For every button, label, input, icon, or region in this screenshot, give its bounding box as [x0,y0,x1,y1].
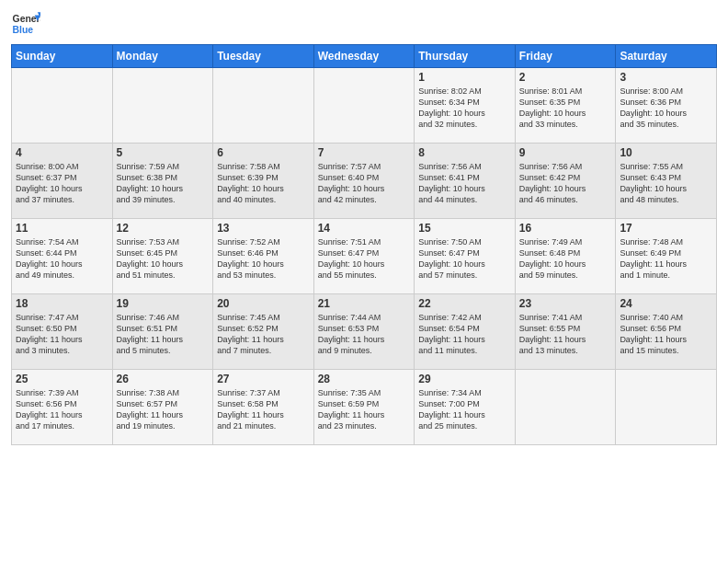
day-info: Sunrise: 7:35 AM Sunset: 6:59 PM Dayligh… [318,387,411,432]
calendar-cell: 9Sunrise: 7:56 AM Sunset: 6:42 PM Daylig… [515,144,616,219]
calendar-cell: 17Sunrise: 7:48 AM Sunset: 6:49 PM Dayli… [616,219,717,294]
calendar-cell: 24Sunrise: 7:40 AM Sunset: 6:56 PM Dayli… [616,294,717,370]
svg-text:Blue: Blue [13,25,34,35]
header-row: General Blue [11,9,717,39]
calendar-cell: 23Sunrise: 7:41 AM Sunset: 6:55 PM Dayli… [515,294,616,370]
calendar-cell [112,68,213,144]
day-info: Sunrise: 7:55 AM Sunset: 6:43 PM Dayligh… [620,161,712,206]
week-row-5: 25Sunrise: 7:39 AM Sunset: 6:56 PM Dayli… [12,370,717,445]
day-info: Sunrise: 8:02 AM Sunset: 6:34 PM Dayligh… [418,86,511,131]
calendar-cell: 28Sunrise: 7:35 AM Sunset: 6:59 PM Dayli… [313,370,415,445]
day-number: 15 [418,222,511,235]
logo-icon: General Blue [11,9,40,39]
day-number: 10 [620,146,712,159]
calendar-cell: 5Sunrise: 7:59 AM Sunset: 6:38 PM Daylig… [112,144,213,219]
calendar-cell: 21Sunrise: 7:44 AM Sunset: 6:53 PM Dayli… [313,294,415,370]
day-info: Sunrise: 7:48 AM Sunset: 6:49 PM Dayligh… [620,236,712,282]
day-number: 6 [217,146,310,159]
calendar-cell: 19Sunrise: 7:46 AM Sunset: 6:51 PM Dayli… [112,294,213,370]
day-number: 16 [519,222,612,235]
calendar-cell: 8Sunrise: 7:56 AM Sunset: 6:41 PM Daylig… [415,144,516,219]
calendar-cell: 6Sunrise: 7:58 AM Sunset: 6:39 PM Daylig… [213,144,314,219]
day-info: Sunrise: 7:45 AM Sunset: 6:52 PM Dayligh… [217,312,310,357]
day-number: 5 [117,146,210,159]
week-row-4: 18Sunrise: 7:47 AM Sunset: 6:50 PM Dayli… [12,294,717,370]
calendar-cell: 26Sunrise: 7:38 AM Sunset: 6:57 PM Dayli… [112,370,213,445]
day-info: Sunrise: 7:47 AM Sunset: 6:50 PM Dayligh… [16,312,108,357]
day-info: Sunrise: 7:41 AM Sunset: 6:55 PM Dayligh… [519,312,612,357]
day-number: 1 [418,71,511,84]
calendar-cell: 15Sunrise: 7:50 AM Sunset: 6:47 PM Dayli… [415,219,516,294]
day-number: 11 [16,222,108,235]
calendar-cell: 4Sunrise: 8:00 AM Sunset: 6:37 PM Daylig… [12,144,113,219]
header-day-wednesday: Wednesday [313,45,415,68]
day-number: 20 [217,297,310,310]
calendar-cell: 22Sunrise: 7:42 AM Sunset: 6:54 PM Dayli… [415,294,516,370]
day-info: Sunrise: 8:00 AM Sunset: 6:37 PM Dayligh… [16,161,108,206]
day-info: Sunrise: 7:46 AM Sunset: 6:51 PM Dayligh… [117,312,210,357]
week-row-2: 4Sunrise: 8:00 AM Sunset: 6:37 PM Daylig… [12,144,717,219]
main-container: General Blue SundayMondayTuesdayWednesda… [0,0,728,451]
calendar-cell: 16Sunrise: 7:49 AM Sunset: 6:48 PM Dayli… [515,219,616,294]
day-info: Sunrise: 7:37 AM Sunset: 6:58 PM Dayligh… [217,387,310,432]
day-number: 18 [16,297,108,310]
day-info: Sunrise: 7:50 AM Sunset: 6:47 PM Dayligh… [418,236,511,282]
day-number: 12 [117,222,210,235]
day-number: 27 [217,373,310,385]
day-info: Sunrise: 7:49 AM Sunset: 6:48 PM Dayligh… [519,236,612,282]
header-day-thursday: Thursday [415,45,516,68]
header-day-saturday: Saturday [616,45,717,68]
calendar-cell: 20Sunrise: 7:45 AM Sunset: 6:52 PM Dayli… [213,294,314,370]
calendar-cell: 13Sunrise: 7:52 AM Sunset: 6:46 PM Dayli… [213,219,314,294]
calendar-cell: 2Sunrise: 8:01 AM Sunset: 6:35 PM Daylig… [515,68,616,144]
day-info: Sunrise: 7:56 AM Sunset: 6:41 PM Dayligh… [418,161,511,206]
header-day-tuesday: Tuesday [213,45,314,68]
day-info: Sunrise: 7:38 AM Sunset: 6:57 PM Dayligh… [117,387,210,432]
day-number: 3 [620,71,712,84]
day-info: Sunrise: 7:34 AM Sunset: 7:00 PM Dayligh… [418,387,511,432]
day-info: Sunrise: 7:40 AM Sunset: 6:56 PM Dayligh… [620,312,712,357]
day-number: 2 [519,71,612,84]
day-number: 4 [16,146,108,159]
week-row-3: 11Sunrise: 7:54 AM Sunset: 6:44 PM Dayli… [12,219,717,294]
calendar-cell: 11Sunrise: 7:54 AM Sunset: 6:44 PM Dayli… [12,219,113,294]
day-info: Sunrise: 7:52 AM Sunset: 6:46 PM Dayligh… [217,236,310,282]
day-info: Sunrise: 8:01 AM Sunset: 6:35 PM Dayligh… [519,86,612,131]
day-number: 7 [318,146,411,159]
calendar-cell: 27Sunrise: 7:37 AM Sunset: 6:58 PM Dayli… [213,370,314,445]
calendar-cell [515,370,616,445]
calendar-cell: 14Sunrise: 7:51 AM Sunset: 6:47 PM Dayli… [313,219,415,294]
day-number: 19 [117,297,210,310]
calendar-cell [616,370,717,445]
day-number: 25 [16,373,108,385]
day-info: Sunrise: 8:00 AM Sunset: 6:36 PM Dayligh… [620,86,712,131]
day-number: 23 [519,297,612,310]
day-number: 8 [418,146,511,159]
day-number: 26 [117,373,210,385]
week-row-1: 1Sunrise: 8:02 AM Sunset: 6:34 PM Daylig… [12,68,717,144]
day-info: Sunrise: 7:44 AM Sunset: 6:53 PM Dayligh… [318,312,411,357]
calendar-header-row: SundayMondayTuesdayWednesdayThursdayFrid… [12,45,717,68]
day-number: 24 [620,297,712,310]
calendar-cell [12,68,113,144]
calendar-table: SundayMondayTuesdayWednesdayThursdayFrid… [11,44,717,445]
day-info: Sunrise: 7:51 AM Sunset: 6:47 PM Dayligh… [318,236,411,282]
day-info: Sunrise: 7:53 AM Sunset: 6:45 PM Dayligh… [117,236,210,282]
day-number: 28 [318,373,411,385]
header-day-sunday: Sunday [12,45,113,68]
day-info: Sunrise: 7:39 AM Sunset: 6:56 PM Dayligh… [16,387,108,432]
calendar-cell: 1Sunrise: 8:02 AM Sunset: 6:34 PM Daylig… [415,68,516,144]
calendar-cell: 10Sunrise: 7:55 AM Sunset: 6:43 PM Dayli… [616,144,717,219]
calendar-cell: 29Sunrise: 7:34 AM Sunset: 7:00 PM Dayli… [415,370,516,445]
day-number: 29 [418,373,511,385]
calendar-cell: 18Sunrise: 7:47 AM Sunset: 6:50 PM Dayli… [12,294,113,370]
calendar-cell: 3Sunrise: 8:00 AM Sunset: 6:36 PM Daylig… [616,68,717,144]
header-day-friday: Friday [515,45,616,68]
day-info: Sunrise: 7:57 AM Sunset: 6:40 PM Dayligh… [318,161,411,206]
day-number: 9 [519,146,612,159]
day-number: 14 [318,222,411,235]
day-number: 22 [418,297,511,310]
calendar-cell [213,68,314,144]
day-info: Sunrise: 7:59 AM Sunset: 6:38 PM Dayligh… [117,161,210,206]
calendar-cell [313,68,415,144]
